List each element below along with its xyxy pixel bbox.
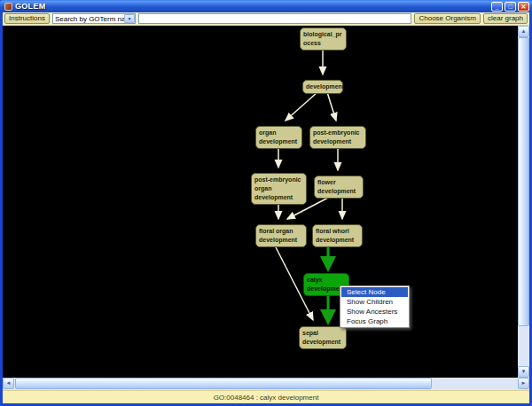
app-window: GOLEM _ □ ✕ Instructions Search by GOTer…: [0, 0, 532, 406]
menu-item-show-ancesters[interactable]: Show Ancesters: [341, 307, 408, 316]
title-bar: GOLEM _ □ ✕: [0, 0, 532, 12]
menu-item-focus-graph[interactable]: Focus Graph: [341, 316, 408, 326]
vertical-scrollbar[interactable]: ▲ ▼: [518, 26, 529, 378]
edge-development-postembryonic: [327, 92, 336, 121]
status-bar: GO:0048464 : calyx development: [3, 390, 529, 403]
status-text: GO:0048464 : calyx development: [214, 394, 319, 402]
scroll-left-icon[interactable]: ◄: [3, 378, 14, 389]
maximize-icon[interactable]: □: [505, 2, 516, 12]
horizontal-scroll-thumb[interactable]: [15, 378, 432, 389]
clear-graph-button[interactable]: clear graph: [483, 13, 528, 24]
node-biological-process[interactable]: biological_pr ocess: [300, 27, 347, 51]
horizontal-scrollbar[interactable]: ◄ ►: [3, 378, 529, 390]
node-flower-development[interactable]: flower development: [314, 176, 364, 199]
node-floral-organ-development[interactable]: floral organ development: [255, 224, 307, 247]
graph-canvas[interactable]: biological_pr ocess development organ de…: [3, 26, 518, 378]
edge-development-organ: [286, 92, 317, 121]
scroll-down-icon[interactable]: ▼: [518, 366, 529, 378]
scroll-up-icon[interactable]: ▲: [518, 26, 529, 37]
node-organ-development[interactable]: organ development: [255, 126, 302, 149]
instructions-button[interactable]: Instructions: [4, 13, 50, 24]
vertical-scroll-track[interactable]: [518, 37, 529, 366]
app-icon: [4, 3, 12, 11]
chevron-down-icon[interactable]: ▼: [124, 14, 135, 23]
minimize-icon[interactable]: _: [491, 2, 503, 12]
close-icon[interactable]: ✕: [518, 2, 529, 12]
vertical-scroll-thumb[interactable]: [518, 37, 529, 326]
node-development[interactable]: development: [302, 80, 343, 94]
node-post-embryonic-organ-development[interactable]: post-embryonic organ development: [251, 173, 307, 205]
choose-organism-button[interactable]: Choose Organism: [414, 13, 480, 24]
menu-item-show-children[interactable]: Show Children: [341, 297, 408, 307]
node-floral-whorl-development[interactable]: floral whorl development: [312, 224, 363, 247]
toolbar: Instructions Search by GOTerm name ▼ Cho…: [3, 12, 529, 26]
node-post-embryonic-development[interactable]: post-embryonic development: [309, 126, 366, 149]
horizontal-scroll-track[interactable]: [14, 378, 518, 390]
scroll-right-icon[interactable]: ►: [518, 378, 529, 389]
node-sepal-development[interactable]: sepal development: [299, 326, 347, 349]
search-input[interactable]: [138, 13, 412, 24]
window-title: GOLEM: [15, 2, 46, 11]
search-combobox-value: Search by GOTerm name: [53, 15, 124, 23]
node-context-menu: Select Node Show Children Show Ancesters…: [340, 285, 410, 328]
menu-item-select-node[interactable]: Select Node: [341, 287, 408, 297]
search-combobox[interactable]: Search by GOTerm name ▼: [52, 13, 136, 24]
